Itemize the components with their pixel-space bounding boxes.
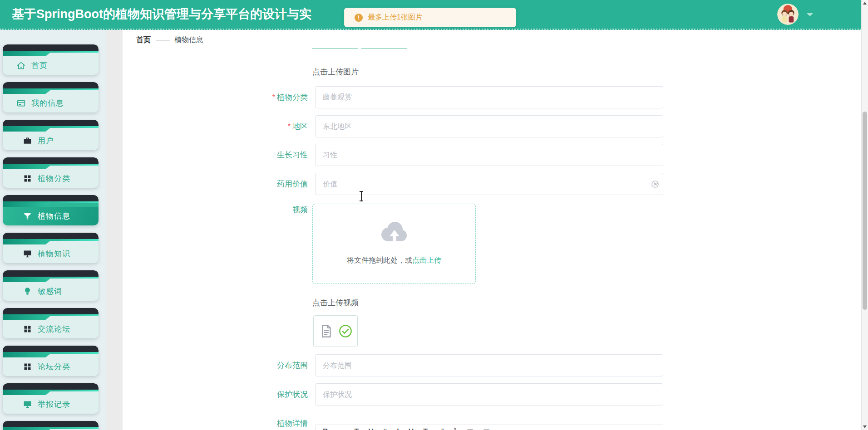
uploaded-file-tile[interactable]	[313, 315, 358, 347]
warning-icon: !	[355, 14, 363, 22]
clear-input-icon[interactable]	[651, 180, 659, 188]
image-upload-tab-edge	[312, 48, 358, 49]
editor-toolbar-button[interactable]: 〜	[338, 427, 345, 430]
scrollbar-down-arrow[interactable]	[863, 425, 867, 428]
breadcrumb-home[interactable]: 首页	[136, 36, 151, 44]
nav-card-stripe	[3, 352, 99, 357]
nav-card-body: 植物知识	[3, 244, 99, 263]
sidebar-item-plant-category[interactable]: 植物分类	[3, 157, 99, 188]
nav-card-stripe	[3, 126, 99, 132]
breadcrumb-separator: ——	[156, 36, 169, 44]
nav-card-body: 举报记录	[3, 395, 99, 414]
editor-toolbar-button[interactable]: T	[355, 428, 359, 430]
nav-card-body: 论坛分类	[3, 357, 99, 376]
editor-toolbar-button[interactable]: U	[409, 428, 414, 430]
nav-label: 交流论坛	[38, 324, 70, 334]
nav-card-stripe	[3, 390, 99, 395]
nav-label: 用户	[38, 136, 54, 146]
nav-card-top-bar	[3, 157, 99, 164]
nav-icon	[23, 362, 32, 371]
sidebar-item-report-records[interactable]: 举报记录	[3, 383, 99, 414]
nav-card-top-bar	[3, 120, 99, 126]
nav-icon	[16, 98, 26, 108]
upload-image-hint: 点击上传图片	[312, 67, 359, 77]
scrollbar-up-arrow[interactable]	[863, 2, 867, 5]
sidebar-item-plant-info[interactable]: 植物信息	[3, 195, 99, 225]
toast-message: ! 最多上传1张图片	[344, 8, 516, 27]
required-star: *	[272, 93, 275, 101]
text-cursor	[359, 191, 364, 201]
screen: 基于SpringBoot的植物知识管理与分享平台的设计与实 ! 最多上传1张图片…	[0, 0, 868, 430]
nav-label: 我的信息	[31, 98, 64, 108]
nav-label: 植物知识	[38, 249, 70, 259]
editor-toolbar-button[interactable]: ▦	[467, 427, 473, 430]
nav-icon	[23, 324, 32, 334]
distribution-input[interactable]	[315, 354, 663, 376]
nav-card-top-bar	[3, 233, 99, 239]
app-header: 基于SpringBoot的植物知识管理与分享平台的设计与实 ! 最多上传1张图片	[0, 0, 861, 30]
sidebar-gutter	[106, 30, 123, 430]
editor-toolbar-button[interactable]: H	[368, 428, 374, 430]
nav-icon	[23, 174, 32, 183]
nav-card-body: 首页	[3, 56, 99, 75]
upload-link[interactable]: 点击上传	[412, 256, 441, 264]
video-label: 视频	[194, 199, 308, 221]
nav-card-stripe	[3, 51, 99, 56]
dropzone-text: 将文件拖到此处，或点击上传	[313, 256, 475, 265]
nav-card-top-bar	[3, 346, 99, 352]
sidebar-item-users[interactable]: 用户	[3, 120, 99, 150]
editor-toolbar-button[interactable]: ❝	[383, 427, 387, 430]
nav-card-top-bar	[3, 308, 99, 314]
nav-card-stripe	[3, 427, 99, 430]
video-dropzone[interactable]: 将文件拖到此处，或点击上传	[312, 204, 476, 284]
editor-toolbar-button[interactable]: å	[453, 428, 457, 430]
editor-toolbar-button[interactable]: I	[397, 428, 399, 430]
distribution-label: 分布范围	[194, 354, 308, 376]
nav-card-top-bar	[3, 82, 99, 88]
nav-card-body: 我的信息	[3, 94, 99, 112]
nav-card-top-bar	[3, 44, 99, 51]
sidebar-item-home[interactable]: 首页	[3, 44, 99, 75]
sidebar-item-forum-category[interactable]: 论坛分类	[3, 346, 99, 376]
document-icon	[319, 323, 334, 339]
sidebar-item-forum[interactable]: 交流论坛	[3, 308, 99, 338]
nav-icon	[23, 211, 32, 221]
sidebar-item-my-info[interactable]: 我的信息	[3, 82, 99, 112]
nav-card-body: 用户	[3, 132, 99, 150]
protection-input[interactable]	[315, 383, 663, 406]
editor-toolbar-button[interactable]: ▤	[483, 427, 490, 430]
region-input[interactable]	[315, 115, 663, 137]
nav-card-stripe	[3, 239, 99, 244]
app-title: 基于SpringBoot的植物知识管理与分享平台的设计与实	[12, 0, 311, 29]
required-star: *	[288, 122, 291, 130]
nav-card-top-bar	[3, 383, 99, 390]
sidebar-item-plant-knowledge[interactable]: 植物知识	[3, 233, 99, 263]
sidebar-item-sensitive-words[interactable]: 敏感词	[3, 270, 99, 301]
category-select[interactable]: 藤蔓观赏	[315, 86, 663, 108]
category-label: *植物分类	[194, 86, 308, 108]
habit-label: 生长习性	[194, 144, 308, 166]
nav-label: 植物分类	[38, 173, 70, 184]
nav-label: 首页	[31, 60, 48, 71]
editor-toolbar-button[interactable]: x²	[437, 428, 444, 430]
detail-label: 植物详情	[194, 412, 308, 430]
sidebar-item-partial[interactable]	[3, 421, 99, 430]
chevron-down-icon[interactable]	[807, 13, 813, 16]
scrollbar-thumb[interactable]	[863, 112, 867, 310]
editor-toolbar-button[interactable]: Ŧ	[423, 428, 428, 430]
habit-input[interactable]	[315, 144, 663, 166]
nav-icon	[23, 287, 32, 296]
value-input[interactable]	[315, 173, 663, 195]
nav-label: 举报记录	[38, 399, 70, 410]
image-upload-tab-edge	[361, 48, 407, 49]
nav-card-top-bar	[3, 270, 99, 277]
upload-success-check-icon	[338, 324, 353, 338]
rich-text-editor[interactable]: B〜TH❝IUŦx²å▦▤	[315, 425, 663, 430]
user-avatar[interactable]	[777, 4, 799, 25]
page-scrollbar[interactable]	[861, 0, 868, 430]
editor-toolbar-button[interactable]: B	[323, 428, 328, 430]
upload-cloud-icon	[379, 220, 409, 244]
sidebar: 首页 我的信息 用户 植物分类 植物信息	[0, 30, 106, 430]
breadcrumb-current: 植物信息	[174, 36, 203, 44]
category-select-value: 藤蔓观赏	[323, 93, 352, 102]
